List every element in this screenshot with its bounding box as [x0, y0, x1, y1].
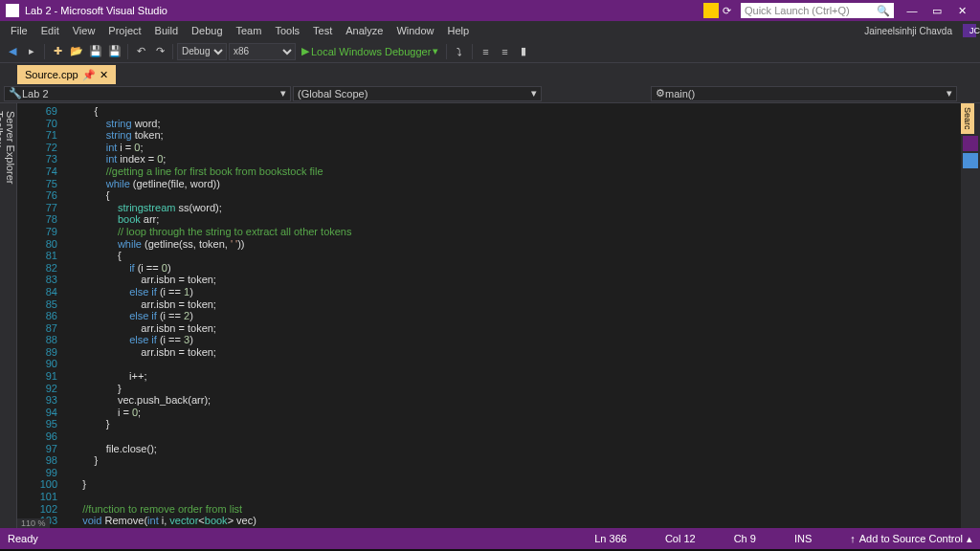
- team-explorer-icon[interactable]: [963, 153, 978, 168]
- menu-view[interactable]: View: [66, 25, 102, 36]
- menu-build[interactable]: Build: [148, 25, 185, 36]
- minimize-button[interactable]: —: [900, 5, 924, 16]
- config-select[interactable]: Debug: [177, 43, 227, 60]
- status-ins: INS: [794, 533, 812, 544]
- left-sidebar: Server Explorer Toolbox: [0, 103, 17, 528]
- source-control-button[interactable]: ↑ Add to Source Control ▴: [850, 533, 972, 545]
- title-bar: Lab 2 - Microsoft Visual Studio ⟳ Quick …: [0, 0, 980, 21]
- user-badge[interactable]: JC: [963, 24, 976, 37]
- right-sidebar: Searc: [961, 103, 980, 528]
- server-explorer-tab[interactable]: Server Explorer: [5, 107, 16, 528]
- nav-fwd-button[interactable]: ▸: [23, 43, 40, 60]
- step-button[interactable]: ⤵: [451, 43, 468, 60]
- close-button[interactable]: ✕: [949, 5, 974, 17]
- menu-debug[interactable]: Debug: [185, 25, 229, 36]
- maximize-button[interactable]: ▭: [924, 5, 949, 17]
- line-gutter: 6970717273747576777879808182838485868788…: [17, 105, 71, 527]
- pin-icon[interactable]: 📌: [82, 69, 96, 81]
- nav-bar: 🔧 Lab 2▾ (Global Scope)▾ ⚙ main()▾: [0, 84, 980, 103]
- menu-file[interactable]: File: [4, 25, 34, 36]
- status-bar: Ready Ln 366 Col 12 Ch 9 INS ↑ Add to So…: [0, 528, 980, 549]
- save-button[interactable]: 💾: [87, 43, 104, 60]
- search-tab[interactable]: Searc: [961, 103, 974, 134]
- notification-flag-icon[interactable]: [703, 3, 719, 18]
- menu-analyze[interactable]: Analyze: [339, 25, 390, 36]
- nav-back-button[interactable]: ◀: [4, 43, 21, 60]
- status-col: Col 12: [665, 533, 696, 544]
- window-title: Lab 2 - Microsoft Visual Studio: [25, 5, 167, 16]
- function-scope[interactable]: ⚙ main()▾: [651, 86, 957, 101]
- status-line: Ln 366: [594, 533, 627, 544]
- code-content[interactable]: { string word; string token; int i = 0; …: [71, 105, 980, 527]
- start-debug-button[interactable]: ▶Local Windows Debugger ▾: [298, 45, 442, 57]
- menu-bar: File Edit View Project Build Debug Team …: [0, 21, 980, 40]
- project-scope[interactable]: 🔧 Lab 2▾: [4, 86, 291, 101]
- quick-launch-input[interactable]: Quick Launch (Ctrl+Q)🔍: [741, 3, 894, 18]
- menu-window[interactable]: Window: [390, 25, 440, 36]
- menu-edit[interactable]: Edit: [34, 25, 66, 36]
- document-tabs: Source.cpp 📌 ✕: [0, 63, 980, 84]
- tab-close-icon[interactable]: ✕: [100, 69, 108, 81]
- new-project-button[interactable]: ✚: [49, 43, 66, 60]
- menu-test[interactable]: Test: [306, 25, 339, 36]
- feedback-icon[interactable]: ⟳: [723, 5, 731, 17]
- platform-select[interactable]: x86: [229, 43, 296, 60]
- tab-label: Source.cpp: [25, 69, 78, 80]
- indent-button[interactable]: ≡: [477, 43, 494, 60]
- comment-button[interactable]: ▮: [515, 43, 532, 60]
- save-all-button[interactable]: 💾: [106, 43, 123, 60]
- toolbar: ◀ ▸ ✚ 📂 💾 💾 ↶ ↷ Debug x86 ▶Local Windows…: [0, 40, 980, 63]
- menu-team[interactable]: Team: [230, 25, 269, 36]
- open-button[interactable]: 📂: [68, 43, 85, 60]
- zoom-percent[interactable]: 110 %: [17, 518, 50, 528]
- menu-help[interactable]: Help: [441, 25, 477, 36]
- vs-icon: [6, 4, 19, 17]
- undo-button[interactable]: ↶: [132, 43, 149, 60]
- status-ch: Ch 9: [734, 533, 756, 544]
- outdent-button[interactable]: ≡: [496, 43, 513, 60]
- properties-icon[interactable]: [963, 136, 978, 151]
- code-editor[interactable]: 6970717273747576777879808182838485868788…: [17, 103, 980, 528]
- menu-project[interactable]: Project: [101, 25, 147, 36]
- user-name[interactable]: Jaineelsinhji Chavda: [858, 26, 959, 36]
- redo-button[interactable]: ↷: [151, 43, 168, 60]
- tab-source-cpp[interactable]: Source.cpp 📌 ✕: [17, 65, 116, 84]
- status-ready: Ready: [8, 533, 38, 544]
- global-scope[interactable]: (Global Scope)▾: [293, 86, 542, 101]
- menu-tools[interactable]: Tools: [268, 25, 306, 36]
